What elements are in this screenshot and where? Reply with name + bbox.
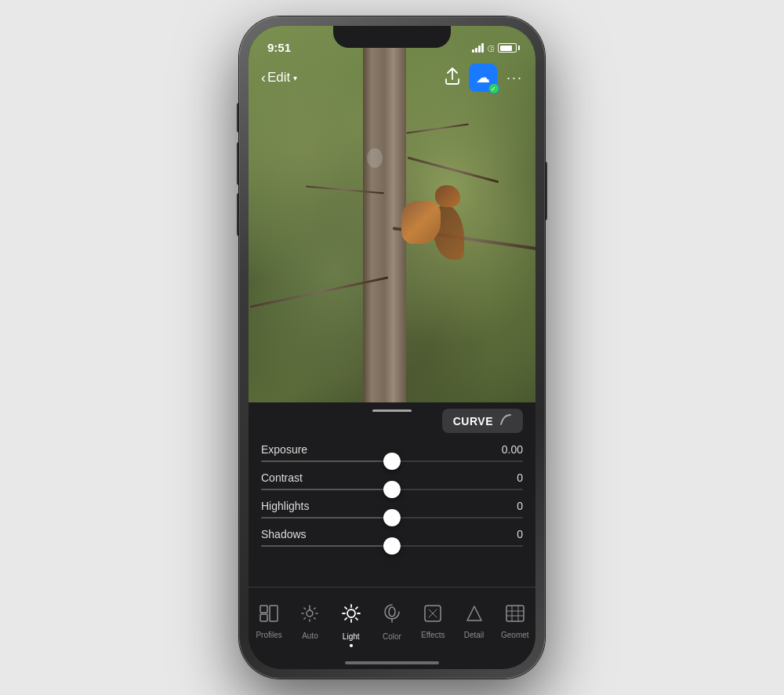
status-time: 9:51 <box>267 41 291 54</box>
exposure-thumb[interactable] <box>383 453 401 470</box>
contrast-value: 0 <box>517 471 523 484</box>
light-label: Light <box>343 632 360 641</box>
tab-auto[interactable]: Auto <box>289 601 330 643</box>
highlights-thumb[interactable] <box>383 509 401 526</box>
branch-4 <box>407 123 469 133</box>
bottom-nav: Profiles Auto <box>249 587 535 650</box>
contrast-slider-row: Contrast 0 <box>261 471 523 490</box>
shadows-value: 0 <box>517 528 523 540</box>
exposure-label: Exposure <box>261 443 307 456</box>
shadows-label: Shadows <box>261 528 307 540</box>
sliders-section: Exposure 0.00 Contrast 0 <box>249 443 535 556</box>
contrast-label: Contrast <box>261 471 303 484</box>
detail-label: Detail <box>464 631 485 639</box>
curve-section: CURVE <box>442 409 523 433</box>
edit-label[interactable]: Edit <box>267 70 290 86</box>
svg-rect-8 <box>506 606 524 621</box>
svg-rect-2 <box>270 606 278 621</box>
phone-screen: 9:51 ⟃ <box>249 26 535 669</box>
cloud-check-badge: ✓ <box>488 83 499 94</box>
exposure-fill <box>261 460 392 462</box>
battery-icon <box>498 43 517 53</box>
shadows-slider-row: Shadows 0 <box>261 528 523 547</box>
contrast-track[interactable] <box>261 489 523 490</box>
light-icon <box>341 603 361 628</box>
toolbar-right: ☁ ✓ ··· <box>445 64 523 92</box>
tab-light[interactable]: Light <box>331 600 372 644</box>
scroll-indicator <box>372 409 412 412</box>
tab-color[interactable]: Color <box>372 600 412 644</box>
geometry-icon <box>506 605 524 627</box>
shadows-track[interactable] <box>261 545 523 547</box>
cloud-icon: ☁ <box>476 69 490 86</box>
photo-area: ‹ Edit ▾ ☁ ✓ ··· <box>249 26 535 434</box>
shadows-thumb[interactable] <box>383 537 401 555</box>
svg-point-4 <box>347 609 355 617</box>
phone-device: 9:51 ⟃ <box>239 16 545 679</box>
svg-point-3 <box>307 610 313 617</box>
curve-button[interactable]: CURVE <box>442 409 523 433</box>
cloud-sync-button[interactable]: ☁ ✓ <box>469 64 497 92</box>
svg-rect-1 <box>260 614 267 621</box>
auto-icon <box>300 604 319 628</box>
home-indicator <box>345 661 439 664</box>
auto-label: Auto <box>302 631 318 640</box>
branch-3 <box>408 157 499 184</box>
tab-effects[interactable]: Effects <box>412 602 453 642</box>
tab-profiles[interactable]: Profiles <box>249 602 289 642</box>
edit-dropdown-icon[interactable]: ▾ <box>293 74 297 82</box>
highlights-fill <box>261 517 392 519</box>
contrast-thumb[interactable] <box>383 481 401 498</box>
effects-label: Effects <box>421 631 445 639</box>
bottom-panel: CURVE Exposure 0.00 <box>249 402 535 669</box>
detail-icon <box>466 605 483 627</box>
geometry-label: Geomet <box>501 631 529 639</box>
highlights-track[interactable] <box>261 517 523 519</box>
svg-point-5 <box>389 607 395 617</box>
status-icons: ⟃ <box>472 42 517 54</box>
squirrel-image <box>394 181 464 260</box>
effects-icon <box>424 605 441 627</box>
notch <box>333 26 451 48</box>
power-button[interactable] <box>545 162 547 220</box>
contrast-fill <box>261 489 392 490</box>
wifi-icon: ⟃ <box>488 42 494 54</box>
highlights-slider-row: Highlights 0 <box>261 500 523 519</box>
profiles-label: Profiles <box>256 631 281 639</box>
share-button[interactable] <box>445 67 459 89</box>
edit-toolbar: ‹ Edit ▾ ☁ ✓ ··· <box>249 60 535 95</box>
more-options-button[interactable]: ··· <box>506 70 523 86</box>
profiles-icon <box>260 605 278 627</box>
tab-geometry[interactable]: Geomet <box>495 602 535 642</box>
back-edit-group: ‹ Edit ▾ <box>261 70 297 86</box>
shadows-fill <box>261 545 392 547</box>
svg-rect-0 <box>260 606 267 613</box>
back-button[interactable]: ‹ <box>261 70 266 86</box>
exposure-value: 0.00 <box>502 443 523 456</box>
highlights-value: 0 <box>517 500 523 512</box>
highlights-label: Highlights <box>261 500 309 512</box>
exposure-track[interactable] <box>261 460 523 462</box>
curve-icon <box>499 413 512 428</box>
color-icon <box>383 603 401 628</box>
curve-label: CURVE <box>453 415 493 428</box>
tab-detail[interactable]: Detail <box>453 602 494 642</box>
exposure-slider-row: Exposure 0.00 <box>261 443 523 462</box>
color-label: Color <box>383 632 401 641</box>
signal-icon <box>472 43 484 53</box>
